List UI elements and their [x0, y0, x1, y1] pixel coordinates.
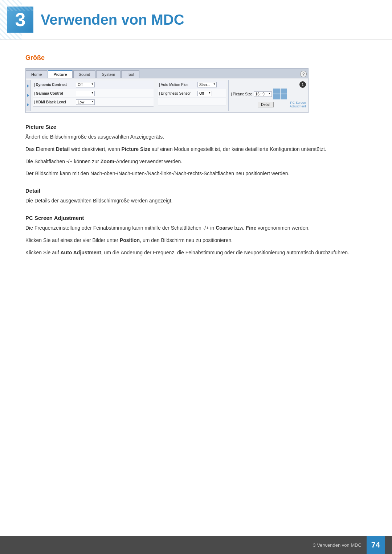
para2-bold2: Picture Size: [122, 146, 150, 152]
icon-sq1: [273, 89, 280, 94]
ui-row-1: | Dynamic Contrast Off ▼: [33, 81, 154, 89]
pc-para1-suffix: vorgenommen werden.: [256, 225, 310, 231]
ui-middle-col: | Auto Motion Plus Stan... ▼ | Brightnes…: [156, 80, 228, 111]
help-button[interactable]: ?: [300, 71, 307, 77]
pc-para1-bold2: Fine: [246, 225, 256, 231]
picture-size-label: | Picture Size: [231, 92, 252, 96]
tab-system[interactable]: System: [96, 70, 121, 78]
row3-select[interactable]: Low ▼: [76, 99, 95, 105]
icon-sq3: [273, 94, 280, 99]
page-header: 3 Verwenden von MDC: [0, 0, 392, 40]
pc-heading: PC Screen Adjustment: [25, 215, 367, 221]
page-footer: 3 Verwenden von MDC 74: [0, 536, 392, 554]
pc-para2-bold: Position: [120, 237, 140, 243]
mid-row1-select[interactable]: Stan... ▼: [197, 82, 217, 87]
para3: Die Schaltflächen -/+ können zur Zoom-Än…: [25, 157, 367, 166]
para1: Ändert die Bildschirmgröße des ausgewähl…: [25, 133, 367, 141]
pc-para3: Klicken Sie auf Auto Adjustment, um die …: [25, 249, 367, 257]
mid-row1-label: | Auto Motion Plus: [159, 83, 195, 87]
ui-mid-row3: [158, 98, 226, 106]
row1-label: | Dynamic Contrast: [34, 83, 74, 87]
ui-sidebar: [26, 80, 31, 111]
pc-para3-bold: Auto Adjustment: [61, 250, 101, 255]
icon-sq4: [281, 94, 287, 99]
ui-right-section: 1 | Picture Size 16 : 9 ▼: [228, 80, 308, 111]
detail-para: Die Details der ausgewählten Bildschirmg…: [25, 197, 367, 205]
ui-left-rows: | Dynamic Contrast Off ▼ | Gamma Control: [31, 80, 156, 111]
page-title: Verwenden von MDC: [41, 12, 184, 28]
pc-para1-mid: bzw.: [233, 225, 246, 231]
para3-bold: Zoom: [101, 159, 114, 164]
pc-para3-prefix: Klicken Sie auf: [25, 250, 61, 255]
pc-para2-suffix: , um den Bildschirm neu zu positionieren…: [140, 237, 233, 243]
tab-home[interactable]: Home: [26, 70, 47, 78]
picture-size-select[interactable]: 16 : 9 ▼: [254, 91, 272, 97]
tab-picture[interactable]: Picture: [48, 70, 72, 78]
mid-row2-label: | Brightness Sensor: [159, 91, 195, 95]
para3-prefix: Die Schaltflächen -/+ können zur: [25, 159, 101, 164]
ui-mid-row2: | Brightness Sensor Off ▼: [158, 89, 226, 98]
arrow-row1: [27, 85, 29, 87]
ui-right-row2: Detail PC Screen Adjustment: [231, 101, 306, 108]
icon-sq2: [281, 89, 287, 94]
arrow-row3: [27, 103, 29, 106]
picture-size-heading: Picture Size: [25, 124, 367, 130]
row1-select[interactable]: Off ▼: [76, 82, 95, 87]
row2-select[interactable]: ▼: [76, 91, 95, 96]
ui-body: | Dynamic Contrast Off ▼ | Gamma Control: [26, 78, 308, 112]
pc-para1-prefix: Die Frequenzeinstellung oder Feinabstimm…: [25, 225, 216, 231]
ui-mid-row1: | Auto Motion Plus Stan... ▼: [158, 81, 226, 89]
chapter-number: 3: [7, 7, 33, 33]
para2: Das Element Detail wird deaktiviert, wen…: [25, 145, 367, 154]
arrow-row2: [27, 94, 29, 97]
detail-button[interactable]: Detail: [258, 102, 274, 107]
tab-bar: Home Picture Sound System Tool ?: [26, 69, 308, 78]
ui-screenshot: Home Picture Sound System Tool ? | Dynam…: [25, 68, 309, 113]
tab-sound[interactable]: Sound: [73, 70, 96, 78]
para3-suffix: -Änderung verwendet werden.: [114, 159, 183, 164]
ui-right-row1: | Picture Size 16 : 9 ▼: [231, 89, 306, 99]
pc-screen-label: PC Screen Adjustment: [290, 101, 306, 108]
para2-bold1: Detail: [56, 146, 70, 152]
para4: Der Bildschirm kann mit den Nach-oben-/N…: [25, 169, 367, 178]
para2-mid: wird deaktiviert, wenn: [70, 146, 121, 152]
pc-para1-bold1: Coarse: [216, 225, 233, 231]
icon-group: [273, 89, 287, 99]
main-content: Größe Home Picture Sound System Tool ?: [0, 40, 392, 297]
pc-para2: Klicken Sie auf eines der vier Bilder un…: [25, 236, 367, 245]
ui-row-3: | HDMI Black Level Low ▼: [33, 98, 154, 107]
tab-tool[interactable]: Tool: [121, 70, 139, 78]
pc-para2-prefix: Klicken Sie auf eines der vier Bilder un…: [25, 237, 120, 243]
ui-row-2: | Gamma Control ▼: [33, 89, 154, 98]
detail-heading: Detail: [25, 188, 367, 194]
mid-row2-select[interactable]: Off ▼: [197, 91, 212, 96]
pc-para3-suffix: , um die Änderung der Frequenz, die Fein…: [101, 250, 349, 255]
para2-suffix: auf einen Modus eingestellt ist, der kei…: [150, 146, 326, 152]
footer-text: 3 Verwenden von MDC: [313, 542, 362, 548]
para2-prefix: Das Element: [25, 146, 56, 152]
section-title: Größe: [25, 54, 367, 62]
row3-label: | HDMI Black Level: [34, 100, 74, 104]
footer-page-number: 74: [367, 536, 385, 554]
row2-label: | Gamma Control: [34, 91, 74, 95]
pc-para1: Die Frequenzeinstellung oder Feinabstimm…: [25, 224, 367, 233]
number-marker: 1: [299, 81, 306, 88]
